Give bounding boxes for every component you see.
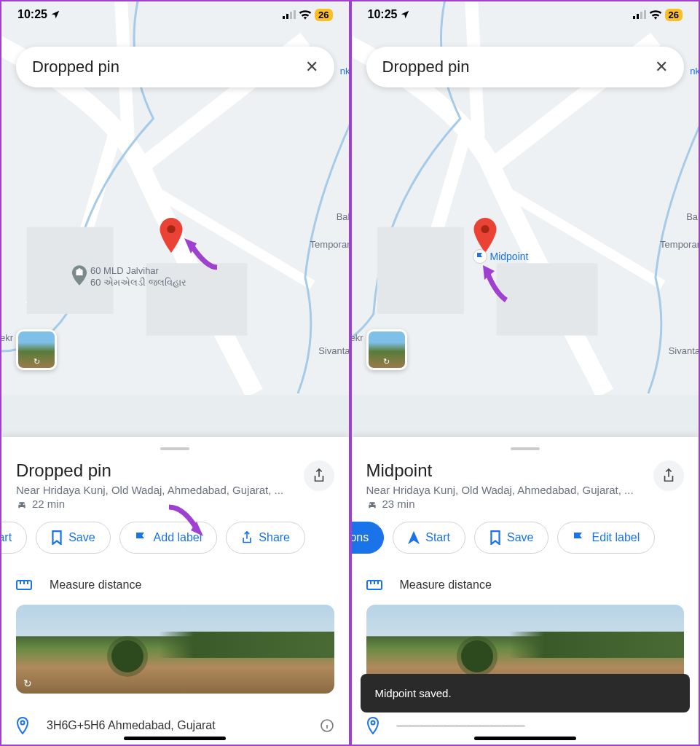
annotation-arrow-icon bbox=[477, 264, 517, 307]
map-label: ekr bbox=[350, 332, 363, 343]
measure-distance-row[interactable]: Measure distance bbox=[352, 565, 699, 605]
place-address: Near Hridaya Kunj, Old Wadaj, Ahmedabad,… bbox=[366, 484, 647, 496]
start-chip[interactable]: tart bbox=[0, 522, 27, 554]
place-address: Near Hridaya Kunj, Old Wadaj, Ahmedabad,… bbox=[16, 484, 296, 496]
flag-icon bbox=[135, 531, 148, 544]
search-bar[interactable]: ✕ bbox=[366, 47, 685, 87]
eta-text: 23 min bbox=[382, 498, 415, 510]
share-chip[interactable]: Share bbox=[226, 522, 305, 554]
svg-rect-14 bbox=[644, 10, 646, 19]
map-label: ekr bbox=[0, 332, 13, 343]
share-icon bbox=[662, 468, 675, 483]
svg-point-6 bbox=[167, 225, 175, 233]
flag-icon bbox=[573, 531, 586, 544]
svg-rect-11 bbox=[633, 16, 635, 19]
drag-handle[interactable] bbox=[511, 447, 540, 450]
battery-level: 26 bbox=[665, 9, 683, 21]
battery-level: 26 bbox=[315, 9, 332, 21]
directions-chip[interactable]: ections bbox=[350, 522, 385, 554]
car-icon bbox=[16, 499, 28, 509]
info-icon[interactable] bbox=[320, 718, 334, 733]
pin-outline-icon bbox=[366, 717, 380, 734]
save-chip[interactable]: Save bbox=[474, 522, 548, 554]
status-bar: 10:25 26 bbox=[1, 1, 349, 28]
map-label: Sivanta bbox=[318, 345, 350, 356]
svg-rect-3 bbox=[294, 10, 296, 19]
place-title: Midpoint bbox=[366, 460, 647, 481]
poi-name: 60 MLD Jalvihar bbox=[90, 265, 186, 277]
svg-rect-1 bbox=[286, 14, 288, 19]
svg-rect-13 bbox=[640, 12, 642, 19]
map-label: Bal bbox=[337, 211, 350, 222]
saved-place-label[interactable]: Midpoint bbox=[473, 249, 529, 264]
toast: Midpoint saved. bbox=[361, 674, 691, 712]
svg-point-19 bbox=[371, 721, 374, 725]
map-label: Bal bbox=[686, 211, 700, 222]
search-bar[interactable]: ✕ bbox=[16, 47, 334, 87]
car-icon bbox=[366, 499, 378, 509]
dropped-pin-icon[interactable] bbox=[159, 218, 184, 253]
share-icon bbox=[241, 531, 253, 544]
status-time: 10:25 bbox=[17, 8, 47, 21]
wifi-icon bbox=[649, 9, 662, 20]
search-input[interactable] bbox=[382, 58, 656, 76]
annotation-arrow-icon bbox=[163, 501, 207, 539]
search-input[interactable] bbox=[32, 58, 305, 76]
status-time: 10:25 bbox=[368, 8, 398, 21]
pin-outline-icon bbox=[16, 717, 29, 734]
cellular-icon bbox=[633, 10, 646, 19]
eta-text: 22 min bbox=[32, 498, 65, 510]
drag-handle[interactable] bbox=[160, 447, 189, 450]
poi-marker-icon bbox=[71, 265, 87, 286]
status-bar: 10:25 26 bbox=[352, 1, 699, 28]
svg-rect-0 bbox=[283, 16, 285, 19]
svg-rect-7 bbox=[76, 270, 82, 275]
annotation-arrow-icon bbox=[181, 235, 224, 275]
map-label: nk bbox=[690, 66, 700, 76]
location-arrow-icon bbox=[400, 9, 410, 20]
map-label: nk bbox=[340, 66, 350, 76]
svg-rect-2 bbox=[290, 12, 292, 19]
poi-label[interactable]: 60 MLD Jalvihar 60 એમએલડી જલવિહાર bbox=[71, 265, 186, 288]
share-button[interactable] bbox=[653, 460, 684, 491]
close-icon[interactable]: ✕ bbox=[305, 58, 318, 76]
measure-distance-row[interactable]: Measure distance bbox=[1, 565, 349, 605]
svg-rect-12 bbox=[637, 14, 639, 19]
cellular-icon bbox=[283, 10, 296, 19]
bookmark-icon bbox=[489, 530, 501, 545]
map-label: Sivanta bbox=[669, 345, 700, 356]
home-indicator[interactable] bbox=[474, 737, 576, 740]
navigate-icon bbox=[408, 531, 420, 544]
map-label: Temporar bbox=[660, 239, 700, 250]
wifi-icon bbox=[299, 9, 312, 20]
save-chip[interactable]: Save bbox=[36, 522, 110, 554]
streetview-image[interactable] bbox=[16, 605, 334, 694]
edit-label-chip[interactable]: Edit label bbox=[557, 522, 655, 554]
start-chip[interactable]: Start bbox=[393, 522, 465, 554]
svg-rect-15 bbox=[377, 227, 463, 314]
map-label: Temporar bbox=[310, 239, 350, 250]
place-sheet[interactable]: Dropped pin Near Hridaya Kunj, Old Wadaj… bbox=[1, 437, 349, 745]
dropped-pin-icon[interactable] bbox=[473, 218, 498, 253]
saved-flag-icon bbox=[473, 249, 487, 264]
place-title: Dropped pin bbox=[16, 460, 296, 481]
streetview-thumbnail[interactable] bbox=[16, 329, 57, 370]
share-button[interactable] bbox=[304, 460, 334, 491]
poi-name-alt: 60 એમએલડી જલવિહાર bbox=[90, 277, 186, 288]
streetview-thumbnail[interactable] bbox=[366, 329, 407, 370]
ruler-icon bbox=[366, 579, 382, 591]
svg-point-17 bbox=[481, 225, 489, 233]
close-icon[interactable]: ✕ bbox=[655, 58, 668, 76]
home-indicator[interactable] bbox=[124, 737, 226, 740]
bookmark-icon bbox=[51, 530, 63, 545]
share-icon bbox=[312, 468, 326, 483]
svg-point-9 bbox=[21, 721, 25, 725]
ruler-icon bbox=[16, 579, 32, 591]
location-arrow-icon bbox=[50, 9, 60, 20]
